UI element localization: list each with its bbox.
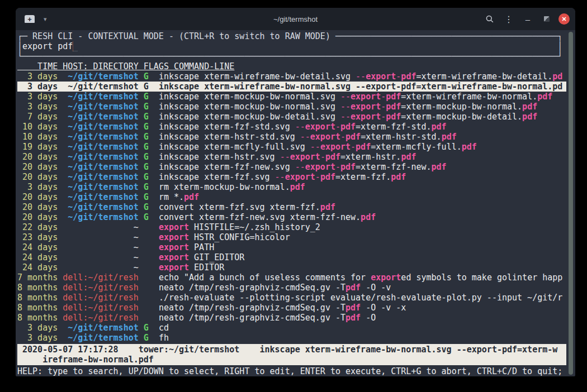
cell-host-directory: ~/git/termshot — [63, 102, 138, 112]
cell-time: 24 days — [17, 262, 58, 273]
history-row[interactable]: 10 days ~/git/termshot G inkscape xterm-… — [17, 122, 566, 132]
cmd-text: inkscape xterm-mcfly-full.svg — [159, 142, 310, 152]
history-row[interactable]: 3 days ~/git/termshot G inkscape xterm-m… — [17, 92, 566, 102]
cell-host-directory: ~/git/termshot — [63, 202, 138, 212]
cmd-text: neato /tmp/resh-graphviz-cmdSeq.gv -T — [159, 303, 345, 313]
history-row[interactable]: 20 days ~/git/termshot G rm *.pdf — [17, 192, 566, 202]
history-row[interactable]: 20 days ~/git/termshot G inkscape xterm-… — [17, 162, 566, 172]
history-row[interactable]: 8 months dell:~/git/resh neato /tmp/resh… — [17, 283, 566, 293]
cell-host-directory: dell:~/git/resh — [63, 303, 138, 313]
cmd-text: pdf — [386, 92, 401, 102]
cmd-text: echo "Add a bunch of useless comments fo… — [159, 273, 371, 283]
cell-flag: G — [144, 162, 149, 172]
history-row[interactable]: 20 days ~/git/termshot G convert xterm-f… — [17, 212, 566, 222]
cmd-text: inkscape xterm-mockup-bw-normal.svg — [159, 92, 340, 102]
history-row[interactable]: 22 days ~ export HISTFILE=~/.zsh_history… — [17, 222, 566, 232]
history-row[interactable]: 19 days ~/git/termshot G inkscape xterm-… — [17, 142, 566, 152]
cmd-text: pdf — [184, 192, 199, 202]
cmd-text: neato /tmp/resh-graphviz-cmdSeq.gv -T — [159, 283, 345, 293]
cmd-text: export — [351, 92, 381, 102]
cell-time: 3 days — [17, 82, 58, 92]
history-row[interactable]: 3 days ~/git/termshot G rm xterm-mockup-… — [17, 182, 566, 192]
history-row[interactable]: 20 days ~/git/termshot G convert xterm-f… — [17, 202, 566, 212]
new-tab-button[interactable]: + — [25, 15, 35, 23]
cmd-text: convert xterm-fzf-new.svg xterm-fzf-new. — [159, 212, 361, 222]
cmd-text: pdf — [522, 112, 537, 122]
cmd-text: -O -v — [361, 283, 391, 293]
titlebar-left-controls: + ▾ — [25, 15, 47, 23]
scrollbar[interactable] — [569, 32, 573, 375]
cell-host-directory: ~/git/termshot — [63, 172, 138, 182]
cell-flag: G — [144, 102, 149, 112]
cell-flag: G — [144, 71, 149, 82]
history-row[interactable]: 7 months dell:~/git/resh echo "Add a bun… — [17, 273, 566, 283]
history-row[interactable]: 3 days ~/git/termshot G inkscape xterm-m… — [17, 102, 566, 112]
cell-flag — [144, 252, 149, 262]
cell-time: 3 days — [17, 333, 58, 343]
cmd-text: pd — [552, 71, 562, 82]
cmd-text: export — [159, 232, 189, 242]
minimize-button[interactable]: – — [520, 12, 535, 26]
cmd-text: - — [396, 82, 401, 92]
search-button[interactable] — [482, 12, 497, 26]
cell-flag: G — [144, 142, 149, 152]
cmd-text: -- — [275, 172, 285, 182]
cell-host-directory: ~/git/termshot — [63, 122, 138, 132]
history-row[interactable]: 24 days ~ export PATH — [17, 242, 566, 252]
history-row[interactable]: 3 days ~/git/termshot G inkscape xterm-w… — [17, 71, 566, 82]
cmd-text: pdf — [345, 303, 361, 313]
history-row[interactable]: 3 days ~/git/termshot G cd — [17, 323, 566, 333]
history-row[interactable]: 20 days ~/git/termshot G inkscape xterm-… — [17, 172, 566, 182]
cell-flag: G — [144, 172, 149, 182]
cmd-text: export — [285, 172, 315, 182]
cell-flag — [144, 283, 149, 293]
history-row[interactable]: 23 days ~ export HSTR_CONFIG=hicolor — [17, 232, 566, 242]
history-row[interactable]: 8 months dell:~/git/resh neato /tmp/resh… — [17, 303, 566, 313]
cmd-text: pdf — [442, 132, 457, 142]
history-row[interactable]: 8 months dell:~/git/resh ./resh-evaluate… — [17, 293, 566, 303]
cell-time: 19 days — [17, 142, 58, 152]
cell-flag: G — [144, 112, 149, 122]
menu-button[interactable]: ⋮ — [501, 12, 516, 26]
restore-button[interactable] — [539, 12, 554, 26]
cmd-text: export — [159, 242, 189, 252]
cmd-text: export — [310, 132, 340, 142]
history-row[interactable]: 3 days ~/git/termshot G fh — [17, 333, 566, 343]
cell-flag: G — [144, 192, 149, 202]
search-input[interactable]: ┌─ RESH CLI - CONTEXTUAL MODE - (CTRL+R … — [17, 31, 575, 61]
cmd-text: - — [381, 112, 386, 122]
cmd-text: pdf — [320, 172, 335, 182]
history-row[interactable]: 24 days ~ export EDITOR — [17, 262, 566, 273]
cmd-text: =xterm-wireframe-bw-normal. — [401, 92, 537, 102]
cmd-text: -- — [295, 162, 305, 172]
cmd-text: =xterm-mockup-bw-detail. — [401, 112, 522, 122]
cmd-text: =xterm-wireframe-bw-normal. — [416, 82, 552, 92]
history-row[interactable]: 7 days ~/git/termshot G inkscape xterm-m… — [17, 112, 566, 122]
close-button[interactable]: ✕ — [558, 13, 570, 25]
cell-time: 20 days — [17, 202, 58, 212]
column-header: TIME HOST: DIRECTORY FLAGS COMMAND-LINE — [17, 61, 575, 71]
cmd-text: =xterm-mockup-bw-normal. — [401, 102, 522, 112]
cmd-text: pdf — [290, 182, 305, 192]
cmd-text: export — [290, 152, 320, 162]
history-row[interactable]: 10 days ~/git/termshot G inkscape xterm-… — [17, 132, 566, 142]
cmd-text: pd — [552, 82, 562, 92]
cmd-text: pdf — [345, 283, 361, 293]
history-row[interactable]: 8 months dell:~/git/resh neato /tmp/resh… — [17, 313, 566, 323]
cell-host-directory: ~/git/termshot — [63, 82, 138, 92]
cmd-text: pdf — [356, 142, 371, 152]
tab-menu-caret-icon[interactable]: ▾ — [44, 16, 47, 23]
cell-host-directory: ~/git/termshot — [63, 152, 138, 162]
cmd-text: pdf — [401, 152, 416, 162]
cell-host-directory: ~/git/termshot — [63, 142, 138, 152]
cmd-text: GIT_EDITOR — [189, 252, 244, 262]
cmd-text: - — [315, 172, 320, 182]
cmd-text: =xterm-hstr. — [340, 152, 401, 162]
cmd-text: export — [366, 71, 396, 82]
history-row[interactable]: 24 days ~ export GIT_EDITOR — [17, 252, 566, 262]
history-row-selected[interactable]: 3 days ~/git/termshot G inkscape xterm-w… — [17, 82, 566, 92]
cmd-text: ./resh-evaluate --plotting-script evalua… — [159, 293, 562, 303]
close-icon: ✕ — [561, 16, 566, 23]
history-row[interactable]: 20 days ~/git/termshot G inkscape xterm-… — [17, 152, 566, 162]
cmd-text: -O -v -x — [361, 303, 406, 313]
